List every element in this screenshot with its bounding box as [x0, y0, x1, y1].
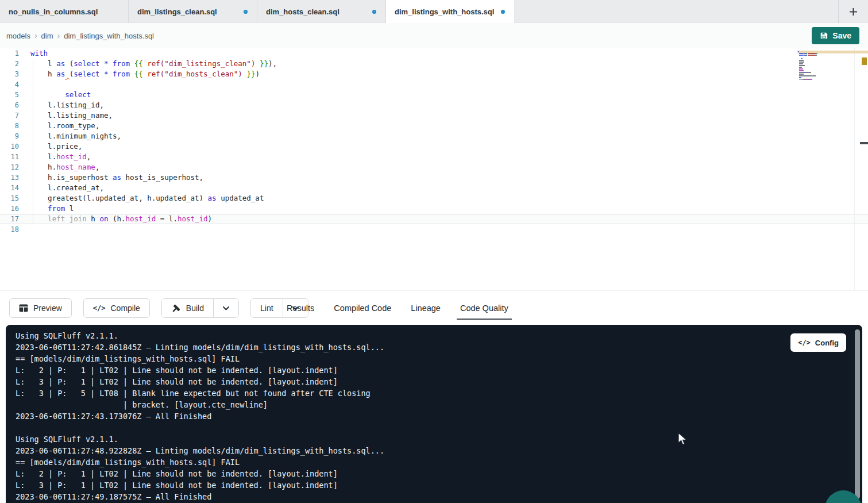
save-button[interactable]: Save	[812, 27, 859, 44]
lint-terminal: Using SQLFluff v2.1.1. 2023-06-06T11:27:…	[6, 325, 862, 503]
line-number: 11	[0, 152, 19, 162]
code-line-9: 9 l.minimum_nights,	[0, 131, 868, 141]
line-number: 3	[0, 69, 19, 79]
file-tab-dim_listings_with_hosts.sql[interactable]: dim_listings_with_hosts.sql	[386, 0, 515, 23]
breadcrumb-item-dim_listings_with_hosts.sql[interactable]: dim_listings_with_hosts.sql	[64, 32, 154, 40]
compile-button[interactable]: </> Compile	[83, 298, 150, 318]
code-line-content: l.price,	[30, 141, 82, 152]
minimap-line	[798, 56, 844, 57]
config-button[interactable]: </> Config	[790, 333, 846, 352]
modified-dot-icon	[244, 10, 248, 14]
plus-icon	[848, 7, 858, 17]
lint-button[interactable]: Lint	[251, 299, 283, 317]
terminal-scrollbar[interactable]	[855, 329, 860, 501]
minimap-line	[798, 67, 844, 68]
panel-tab-compiled-code[interactable]: Compiled Code	[333, 291, 392, 325]
breadcrumb-separator-icon: ›	[57, 31, 60, 40]
minimap-line	[798, 63, 844, 64]
minimap-line	[798, 80, 844, 82]
code-line-14: 14 l.created_at,	[0, 183, 868, 193]
line-number: 14	[0, 183, 19, 193]
preview-button[interactable]: Preview	[9, 298, 72, 318]
code-line-content: h.host_name,	[30, 162, 99, 172]
file-tab-label: dim_listings_clean.sql	[137, 7, 217, 16]
minimap[interactable]	[798, 51, 844, 82]
save-button-label: Save	[832, 31, 851, 40]
file-tab-label: dim_listings_with_hosts.sql	[395, 7, 494, 16]
save-icon	[820, 32, 828, 40]
file-tab-dim_listings_clean.sql[interactable]: dim_listings_clean.sql	[129, 0, 257, 23]
line-number: 12	[0, 162, 19, 172]
minimap-line	[798, 60, 844, 61]
code-line-content: h as (select * from {{ ref("dim_hosts_cl…	[30, 69, 260, 79]
code-line-12: 12 h.host_name,	[0, 162, 868, 172]
minimap-line	[798, 58, 844, 59]
overview-ruler-cursor-mark	[860, 142, 868, 144]
line-number: 17	[0, 214, 19, 224]
line-number: 8	[0, 121, 19, 131]
line-number: 15	[0, 193, 19, 203]
code-line-content: l.host_id,	[30, 152, 91, 162]
code-line-content: l.created_at,	[30, 183, 104, 193]
line-number: 18	[0, 224, 19, 235]
file-tab-dim_hosts_clean.sql[interactable]: dim_hosts_clean.sql	[257, 0, 386, 23]
code-line-1: 1with	[0, 48, 868, 59]
code-line-15: 15 greatest(l.updated_at, h.updated_at) …	[0, 193, 868, 203]
file-tab-no_nulls_in_columns.sql[interactable]: no_nulls_in_columns.sql	[0, 0, 129, 23]
panel-tabs: ResultsCompiled CodeLineageCode Quality	[286, 291, 510, 325]
code-line-13: 13 h.is_superhost as host_is_superhost,	[0, 172, 868, 183]
hammer-icon	[171, 304, 181, 313]
code-line-content: l as (select * from {{ ref("dim_listings…	[30, 59, 277, 69]
code-line-content: l.listing_id,	[30, 100, 104, 110]
minimap-line	[798, 75, 844, 76]
code-line-content: from l	[30, 203, 74, 214]
minimap-line	[798, 77, 844, 78]
preview-table-icon	[19, 304, 28, 312]
compile-button-label: Compile	[110, 304, 140, 313]
overview-ruler-warning-mark	[862, 57, 867, 65]
preview-button-label: Preview	[33, 304, 62, 313]
lint-button-label: Lint	[260, 304, 273, 313]
code-line-7: 7 l.listing_name,	[0, 110, 868, 121]
breadcrumb: models›dim›dim_listings_with_hosts.sql	[0, 31, 154, 40]
code-line-6: 6 l.listing_id,	[0, 100, 868, 110]
minimap-line	[798, 53, 844, 54]
new-tab-button[interactable]	[838, 0, 868, 23]
code-line-4: 4	[0, 79, 868, 90]
code-line-content: l.minimum_nights,	[30, 131, 121, 141]
line-number: 6	[0, 100, 19, 110]
file-tab-bar: no_nulls_in_columns.sqldim_listings_clea…	[0, 0, 868, 23]
code-line-content: left join h on (h.host_id = l.host_id)	[30, 214, 212, 224]
config-button-label: Config	[815, 339, 839, 347]
build-dropdown-toggle[interactable]	[213, 299, 238, 317]
breadcrumb-item-dim[interactable]: dim	[41, 32, 53, 40]
terminal-output: Using SQLFluff v2.1.1. 2023-06-06T11:27:…	[6, 325, 862, 502]
mouse-cursor	[677, 432, 689, 446]
line-number: 1	[0, 48, 19, 59]
build-button[interactable]: Build	[162, 299, 213, 317]
code-line-content: l.listing_name,	[30, 110, 113, 121]
code-editor[interactable]: 1with2 l as (select * from {{ ref("dim_l…	[0, 48, 868, 290]
line-number: 5	[0, 90, 19, 100]
terminal-scrollbar-thumb[interactable]	[855, 329, 860, 499]
editor-right-divider	[854, 48, 855, 290]
minimap-line	[798, 72, 844, 73]
breadcrumb-item-models[interactable]: models	[6, 32, 30, 40]
code-line-content: greatest(l.updated_at, h.updated_at) as …	[30, 193, 264, 203]
modified-dot-icon	[501, 10, 505, 14]
code-line-10: 10 l.price,	[0, 141, 868, 152]
code-line-content: h.is_superhost as host_is_superhost,	[30, 172, 203, 183]
code-line-content: l.room_type,	[30, 121, 99, 131]
code-line-5: 5 select	[0, 90, 868, 100]
panel-tab-code-quality[interactable]: Code Quality	[459, 291, 510, 325]
minimap-line	[798, 51, 844, 52]
line-number: 10	[0, 141, 19, 152]
code-brackets-icon: </>	[798, 339, 811, 347]
line-number: 7	[0, 110, 19, 121]
minimap-line	[798, 65, 844, 66]
code-line-2: 2 l as (select * from {{ ref("dim_listin…	[0, 59, 868, 69]
panel-tab-lineage[interactable]: Lineage	[410, 291, 442, 325]
line-number: 16	[0, 203, 19, 214]
code-line-18: 18	[0, 224, 868, 235]
panel-tab-results[interactable]: Results	[286, 291, 315, 325]
